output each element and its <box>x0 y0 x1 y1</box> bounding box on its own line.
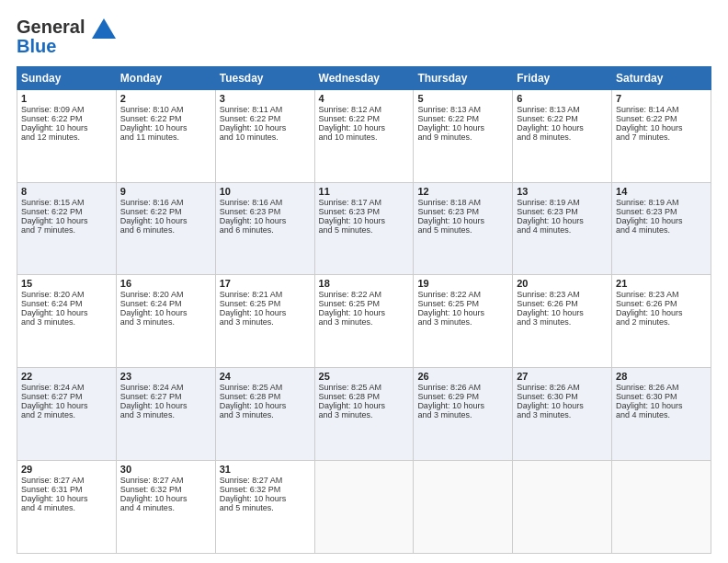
day-info-line: Sunrise: 8:24 AM <box>21 383 112 392</box>
day-info-line: Sunrise: 8:15 AM <box>21 198 112 207</box>
day-info-line: Daylight: 10 hours <box>417 308 508 317</box>
day-info-line: and 2 minutes. <box>616 317 707 327</box>
calendar-cell: 3Sunrise: 8:11 AMSunset: 6:22 PMDaylight… <box>215 89 314 182</box>
day-number: 21 <box>616 278 707 289</box>
day-info-line: and 5 minutes. <box>220 503 311 512</box>
day-info-line: and 3 minutes. <box>120 317 211 327</box>
calendar-cell: 1Sunrise: 8:09 AMSunset: 6:22 PMDaylight… <box>17 89 117 182</box>
day-number: 2 <box>120 93 211 104</box>
calendar-cell: 31Sunrise: 8:27 AMSunset: 6:32 PMDayligh… <box>215 461 314 554</box>
day-info-line: and 12 minutes. <box>21 132 112 142</box>
day-info-line: Sunrise: 8:27 AM <box>220 476 311 485</box>
calendar-cell: 26Sunrise: 8:26 AMSunset: 6:29 PMDayligh… <box>414 368 513 461</box>
day-number: 29 <box>21 464 112 475</box>
day-info-line: Sunset: 6:22 PM <box>120 207 211 216</box>
day-number: 28 <box>616 371 707 382</box>
day-info-line: and 3 minutes. <box>319 317 410 327</box>
day-info-line: Sunrise: 8:17 AM <box>319 198 410 207</box>
day-info-line: Sunrise: 8:27 AM <box>120 476 211 485</box>
calendar-cell: 30Sunrise: 8:27 AMSunset: 6:32 PMDayligh… <box>116 461 215 554</box>
calendar-cell: 7Sunrise: 8:14 AMSunset: 6:22 PMDaylight… <box>612 89 711 182</box>
calendar-cell: 18Sunrise: 8:22 AMSunset: 6:25 PMDayligh… <box>314 275 414 368</box>
day-info-line: Daylight: 10 hours <box>21 494 112 503</box>
day-info-line: and 3 minutes. <box>21 317 112 327</box>
day-info-line: and 11 minutes. <box>120 132 211 142</box>
day-info-line: and 4 minutes. <box>517 225 608 235</box>
day-info-line: Sunrise: 8:18 AM <box>417 198 508 207</box>
day-info-line: Sunset: 6:22 PM <box>120 114 211 123</box>
day-info-line: Sunset: 6:26 PM <box>616 299 707 308</box>
day-number: 30 <box>120 464 211 475</box>
day-info-line: Sunrise: 8:09 AM <box>21 105 112 114</box>
day-info-line: Sunrise: 8:25 AM <box>220 383 311 392</box>
day-info-line: Daylight: 10 hours <box>220 216 311 225</box>
day-info-line: Daylight: 10 hours <box>120 308 211 317</box>
day-number: 16 <box>120 278 211 289</box>
day-info-line: Daylight: 10 hours <box>319 123 410 132</box>
calendar-week-row: 22Sunrise: 8:24 AMSunset: 6:27 PMDayligh… <box>17 368 711 461</box>
day-info-line: Sunset: 6:23 PM <box>616 207 707 216</box>
day-info-line: Sunset: 6:32 PM <box>120 485 211 494</box>
calendar-cell <box>513 461 612 554</box>
day-info-line: Daylight: 10 hours <box>220 308 311 317</box>
day-info-line: Sunset: 6:26 PM <box>517 299 608 308</box>
day-number: 20 <box>517 278 608 289</box>
day-info-line: Sunset: 6:29 PM <box>417 392 508 401</box>
day-number: 4 <box>319 93 410 104</box>
day-info-line: Sunset: 6:22 PM <box>220 114 311 123</box>
day-number: 14 <box>616 186 707 197</box>
calendar-cell: 22Sunrise: 8:24 AMSunset: 6:27 PMDayligh… <box>17 368 117 461</box>
weekday-header: Monday <box>116 66 215 89</box>
day-info-line: and 3 minutes. <box>517 317 608 327</box>
day-number: 6 <box>517 93 608 104</box>
day-info-line: Daylight: 10 hours <box>319 308 410 317</box>
day-info-line: Sunrise: 8:26 AM <box>417 383 508 392</box>
day-info-line: Sunset: 6:23 PM <box>517 207 608 216</box>
day-info-line: Daylight: 10 hours <box>120 494 211 503</box>
day-number: 22 <box>21 371 112 382</box>
day-info-line: Daylight: 10 hours <box>517 401 608 410</box>
day-number: 17 <box>220 278 311 289</box>
weekday-header: Friday <box>513 66 612 89</box>
day-number: 11 <box>319 186 410 197</box>
day-info-line: and 2 minutes. <box>21 410 112 419</box>
weekday-header: Thursday <box>414 66 513 89</box>
day-number: 12 <box>417 186 508 197</box>
day-info-line: Sunrise: 8:12 AM <box>319 105 410 114</box>
day-info-line: Sunrise: 8:14 AM <box>616 105 707 114</box>
day-info-line: Sunrise: 8:20 AM <box>120 290 211 299</box>
day-number: 7 <box>616 93 707 104</box>
day-number: 25 <box>319 371 410 382</box>
day-info-line: and 8 minutes. <box>517 132 608 142</box>
calendar-cell: 5Sunrise: 8:13 AMSunset: 6:22 PMDaylight… <box>414 89 513 182</box>
calendar-cell: 4Sunrise: 8:12 AMSunset: 6:22 PMDaylight… <box>314 89 414 182</box>
day-info-line: Sunrise: 8:23 AM <box>616 290 707 299</box>
day-number: 31 <box>220 464 311 475</box>
day-info-line: and 3 minutes. <box>517 410 608 419</box>
day-info-line: Sunset: 6:22 PM <box>517 114 608 123</box>
weekday-header: Wednesday <box>314 66 414 89</box>
calendar-cell <box>414 461 513 554</box>
calendar-cell: 6Sunrise: 8:13 AMSunset: 6:22 PMDaylight… <box>513 89 612 182</box>
day-info-line: Daylight: 10 hours <box>21 216 112 225</box>
day-info-line: and 3 minutes. <box>417 410 508 419</box>
calendar-cell: 19Sunrise: 8:22 AMSunset: 6:25 PMDayligh… <box>414 275 513 368</box>
day-info-line: Daylight: 10 hours <box>319 216 410 225</box>
day-info-line: Sunrise: 8:13 AM <box>517 105 608 114</box>
calendar-cell: 9Sunrise: 8:16 AMSunset: 6:22 PMDaylight… <box>116 182 215 275</box>
day-info-line: Sunset: 6:23 PM <box>220 207 311 216</box>
day-info-line: and 6 minutes. <box>220 225 311 235</box>
day-info-line: Daylight: 10 hours <box>120 216 211 225</box>
calendar-cell <box>612 461 711 554</box>
day-info-line: Sunrise: 8:23 AM <box>517 290 608 299</box>
day-info-line: Sunrise: 8:19 AM <box>616 198 707 207</box>
calendar-cell: 20Sunrise: 8:23 AMSunset: 6:26 PMDayligh… <box>513 275 612 368</box>
calendar-week-row: 29Sunrise: 8:27 AMSunset: 6:31 PMDayligh… <box>17 461 711 554</box>
day-info-line: and 5 minutes. <box>319 225 410 235</box>
page: General Blue SundayMondayTuesdayWednesda… <box>0 0 728 563</box>
calendar-cell: 24Sunrise: 8:25 AMSunset: 6:28 PMDayligh… <box>215 368 314 461</box>
calendar-cell: 2Sunrise: 8:10 AMSunset: 6:22 PMDaylight… <box>116 89 215 182</box>
day-info-line: and 4 minutes. <box>616 225 707 235</box>
calendar-cell: 8Sunrise: 8:15 AMSunset: 6:22 PMDaylight… <box>17 182 117 275</box>
day-number: 18 <box>319 278 410 289</box>
